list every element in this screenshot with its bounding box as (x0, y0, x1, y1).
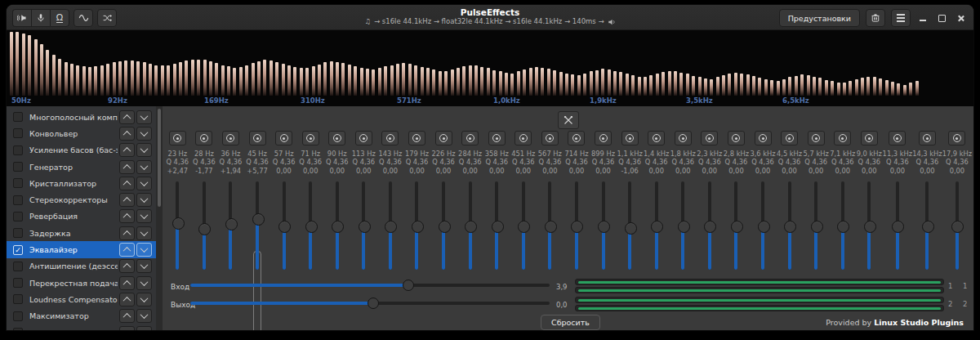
effect-checkbox[interactable]: ✓ (13, 245, 23, 255)
slider-handle[interactable] (598, 221, 610, 233)
band-gain-slider[interactable] (810, 180, 822, 271)
band-settings-button[interactable] (648, 131, 665, 145)
slider-handle[interactable] (332, 221, 344, 233)
band-settings-button[interactable] (488, 131, 506, 145)
trash-preset-button[interactable] (866, 9, 885, 27)
move-down-button[interactable] (136, 143, 152, 157)
move-down-button[interactable] (136, 193, 152, 207)
slider-handle[interactable] (951, 221, 964, 233)
sidebar-item[interactable]: Кристаллизатор (7, 175, 156, 191)
band-gain-slider[interactable] (730, 180, 742, 271)
move-up-button[interactable] (119, 293, 135, 306)
sidebar-item[interactable]: Перекрестная подача (7, 275, 156, 291)
move-up-button[interactable] (119, 143, 135, 157)
slider-handle[interactable] (518, 221, 530, 233)
move-up-button[interactable] (119, 259, 135, 273)
move-up-button[interactable] (119, 326, 135, 331)
move-up-button[interactable] (119, 127, 135, 141)
slider-handle[interactable] (305, 221, 318, 233)
sidebar-item[interactable]: Генератор (7, 159, 156, 175)
effect-checkbox[interactable] (13, 278, 23, 288)
band-gain-slider[interactable] (491, 180, 503, 271)
band-gain-slider[interactable] (650, 180, 662, 271)
band-gain-slider[interactable] (783, 180, 795, 271)
effect-checkbox[interactable] (13, 262, 23, 271)
effect-checkbox[interactable] (13, 178, 23, 188)
band-settings-button[interactable] (701, 131, 718, 145)
spectrum-toggle-button[interactable] (97, 9, 117, 27)
band-settings-button[interactable] (381, 131, 399, 145)
band-settings-button[interactable] (861, 131, 878, 145)
sidebar-item[interactable]: Многополосный компрессор (7, 109, 156, 125)
sidebar-item[interactable]: Фильтр (7, 324, 156, 330)
sidebar-item[interactable]: Усиление басов (бас-энхансер) (7, 142, 156, 159)
move-down-button[interactable] (136, 160, 152, 174)
band-gain-slider[interactable] (757, 180, 769, 271)
band-gain-slider[interactable] (278, 180, 290, 271)
sidebar-item[interactable]: Ревербация (7, 208, 156, 225)
band-settings-button[interactable] (195, 131, 212, 145)
move-down-button[interactable] (136, 243, 152, 257)
slider-handle[interactable] (651, 221, 663, 233)
slider-handle[interactable] (922, 221, 934, 233)
reset-button[interactable]: Сбросить (541, 315, 600, 330)
slider-handle[interactable] (359, 221, 371, 233)
move-down-button[interactable] (136, 127, 152, 141)
scrollbar-thumb[interactable] (158, 109, 161, 207)
effect-checkbox[interactable] (13, 294, 23, 304)
band-settings-button[interactable] (919, 131, 936, 145)
band-settings-button[interactable] (514, 131, 532, 145)
test-signal-button[interactable] (74, 9, 93, 27)
band-gain-slider[interactable] (464, 180, 476, 271)
band-gain-slider[interactable] (225, 180, 237, 271)
effect-checkbox[interactable] (13, 311, 23, 321)
slider-handle[interactable] (678, 221, 690, 233)
slider-handle[interactable] (385, 221, 397, 233)
move-down-button[interactable] (136, 309, 152, 323)
slider-handle[interactable] (625, 222, 637, 235)
band-settings-button[interactable] (755, 131, 772, 145)
band-gain-slider[interactable] (544, 180, 556, 271)
band-settings-button[interactable] (728, 131, 745, 145)
move-up-button[interactable] (119, 226, 135, 240)
band-gain-slider[interactable] (570, 180, 582, 271)
slider-handle[interactable] (758, 221, 770, 233)
slider-handle[interactable] (892, 221, 904, 233)
band-settings-button[interactable] (595, 131, 612, 145)
band-settings-button[interactable] (834, 131, 851, 145)
move-down-button[interactable] (136, 276, 152, 290)
band-gain-slider[interactable] (305, 180, 317, 271)
effect-checkbox[interactable] (13, 162, 23, 172)
slider-handle[interactable] (571, 221, 583, 233)
sidebar-item[interactable]: Loudness Compensator (7, 291, 156, 307)
output-apps-button[interactable] (12, 9, 31, 27)
band-settings-button[interactable] (889, 131, 906, 145)
band-gain-slider[interactable] (891, 180, 903, 271)
band-settings-button[interactable] (541, 131, 559, 145)
slider-handle[interactable] (704, 221, 716, 233)
slider-handle[interactable] (811, 221, 823, 233)
move-down-button[interactable] (136, 226, 152, 240)
band-gain-slider[interactable] (384, 180, 396, 271)
effect-checkbox[interactable] (13, 128, 23, 138)
slider-handle[interactable] (784, 221, 796, 233)
band-gain-slider[interactable] (358, 180, 370, 271)
band-settings-button[interactable] (328, 131, 345, 145)
slider-handle[interactable] (439, 221, 451, 233)
move-down-button[interactable] (136, 293, 152, 306)
band-gain-slider[interactable] (703, 180, 715, 271)
close-button[interactable] (954, 11, 967, 25)
move-down-button[interactable] (136, 326, 152, 331)
move-up-button[interactable] (119, 276, 135, 290)
presets-button[interactable]: Предустановки (779, 9, 860, 27)
output-slider-handle[interactable] (368, 298, 379, 309)
output-device-button[interactable]: Ω (50, 9, 69, 27)
band-settings-button[interactable] (568, 131, 585, 145)
slider-handle[interactable] (252, 213, 265, 226)
move-down-button[interactable] (136, 209, 152, 223)
slider-handle[interactable] (731, 221, 743, 233)
main-menu-button[interactable] (891, 9, 911, 27)
band-settings-button[interactable] (675, 131, 692, 145)
band-gain-slider[interactable] (624, 180, 636, 271)
slider-handle[interactable] (225, 218, 238, 230)
